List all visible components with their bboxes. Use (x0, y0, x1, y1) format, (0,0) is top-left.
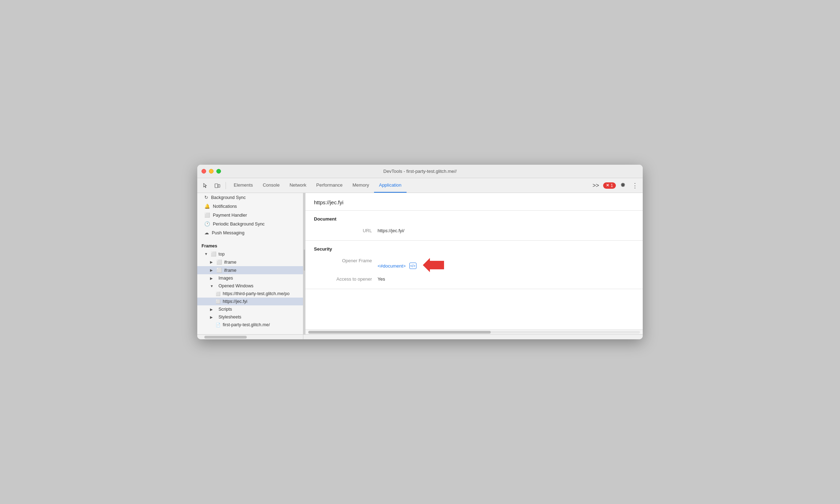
h-scrollbar[interactable] (305, 329, 643, 334)
minimize-button[interactable] (209, 169, 214, 174)
tab-navigation: Elements Console Network Performance Mem… (229, 178, 589, 193)
frames-section-header: Frames (197, 240, 303, 250)
tree-item-iframe1[interactable]: ▶ ⬜ iframe (197, 258, 303, 266)
sidebar-item-push-messaging[interactable]: ☁ Push Messaging (197, 228, 303, 237)
sidebar-item-background-sync[interactable]: ↻ Background Sync (197, 193, 303, 202)
opener-frame-row: Opener Frame <#document> </> (314, 257, 634, 275)
toolbar: Elements Console Network Performance Mem… (197, 178, 643, 193)
traffic-lights (202, 169, 221, 174)
arrow-svg (423, 258, 444, 272)
close-button[interactable] (202, 169, 206, 174)
resize-thumb (304, 250, 305, 271)
h-scrollbar-container (305, 329, 643, 334)
tab-performance[interactable]: Performance (311, 178, 348, 193)
tree-item-scripts[interactable]: ▶ Scripts (197, 305, 303, 313)
document-link-icon[interactable]: </> (409, 263, 416, 269)
iframe-icon-1: ⬜ (216, 259, 222, 265)
url-value: https://jec.fyi/ (378, 228, 404, 233)
settings-button[interactable] (618, 181, 628, 191)
tree-item-images[interactable]: ▶ Images (197, 274, 303, 282)
expand-arrow-stylesheets: ▶ (210, 315, 214, 319)
device-toolbar-button[interactable] (212, 181, 223, 191)
tree-item-third-party[interactable]: ⬜ https://third-party-test.glitch.me/po (197, 290, 303, 298)
content-url: https://jec.fyi (305, 193, 643, 211)
sidebar-hscroll-thumb[interactable] (204, 336, 247, 339)
expand-arrow-images: ▶ (210, 276, 214, 280)
access-opener-row: Access to opener Yes (314, 275, 634, 283)
security-title: Security (314, 246, 634, 252)
error-badge[interactable]: ✕ 1 (603, 182, 616, 189)
file-icon: 📄 (216, 323, 221, 327)
tree-label-images: Images (218, 276, 233, 281)
opener-frame-link[interactable]: <#document> (378, 263, 406, 269)
document-section: Document URL https://jec.fyi/ (305, 211, 643, 241)
gear-icon (620, 183, 626, 188)
inspect-element-button[interactable] (200, 181, 211, 191)
title-bar: DevTools - first-party-test.glitch.me// (197, 165, 643, 178)
more-options-icon: ⋮ (632, 182, 638, 189)
tree-label-file: first-party-test.glitch.me/ (223, 322, 270, 327)
content-panel: https://jec.fyi Document URL https://jec… (305, 193, 643, 334)
folder-icon-top: ⬜ (211, 251, 216, 257)
tab-application[interactable]: Application (374, 178, 407, 193)
more-options-button[interactable]: ⋮ (630, 181, 640, 191)
opener-frame-label: Opener Frame (314, 258, 378, 263)
device-icon (215, 183, 220, 188)
bottom-bar (197, 334, 643, 339)
main-content: ↻ Background Sync 🔔 Notifications ⬜ Paym… (197, 193, 643, 334)
expand-arrow-iframe2: ▶ (210, 268, 214, 272)
tree-label-stylesheets: Stylesheets (218, 315, 241, 320)
toolbar-separator (226, 182, 226, 189)
tab-elements[interactable]: Elements (229, 178, 258, 193)
tree-item-iframe2[interactable]: ▶ ⬜ iframe (197, 266, 303, 274)
periodic-sync-icon: 🕐 (204, 221, 210, 227)
svg-rect-0 (215, 184, 218, 188)
document-title: Document (314, 216, 634, 222)
url-row: URL https://jec.fyi/ (314, 227, 634, 235)
sidebar-item-payment-handler[interactable]: ⬜ Payment Handler (197, 211, 303, 219)
expand-arrow-scripts: ▶ (210, 307, 214, 311)
expand-arrow-opened-windows: ▼ (210, 284, 214, 288)
more-tabs-button[interactable]: >> (590, 181, 601, 191)
bell-icon: 🔔 (204, 204, 210, 209)
tab-network[interactable]: Network (285, 178, 311, 193)
tree-item-jec-fyi[interactable]: ⬜ https://jec.fyi (197, 298, 303, 305)
tree-item-top[interactable]: ▼ ⬜ top (197, 250, 303, 258)
security-section: Security Opener Frame <#document> </> (305, 241, 643, 289)
tree-label-third-party: https://third-party-test.glitch.me/po (223, 291, 290, 296)
tree-item-opened-windows[interactable]: ▼ Opened Windows (197, 282, 303, 290)
content-bottom (303, 335, 643, 339)
error-icon: ✕ (606, 183, 609, 188)
h-scroll-thumb[interactable] (308, 331, 491, 334)
sidebar-hscroll (197, 335, 303, 339)
sidebar-item-periodic-background-sync[interactable]: 🕐 Periodic Background Sync (197, 219, 303, 228)
window-title: DevTools - first-party-test.glitch.me// (383, 169, 456, 174)
tree-label-iframe2: iframe (224, 268, 237, 273)
sidebar-item-notifications[interactable]: 🔔 Notifications (197, 202, 303, 211)
tab-memory[interactable]: Memory (348, 178, 374, 193)
background-sync-icon: ↻ (204, 195, 208, 200)
cursor-icon (203, 183, 208, 188)
maximize-button[interactable] (216, 169, 221, 174)
tree-item-stylesheets[interactable]: ▶ Stylesheets (197, 313, 303, 321)
sidebar: ↻ Background Sync 🔔 Notifications ⬜ Paym… (197, 193, 303, 334)
iframe-icon-2: ⬜ (216, 268, 222, 273)
payment-icon: ⬜ (204, 212, 210, 218)
svg-rect-1 (218, 184, 220, 187)
push-icon: ☁ (204, 230, 209, 235)
page-icon-jec-fyi: ⬜ (216, 299, 221, 304)
h-scroll-track (308, 331, 640, 334)
access-opener-value: Yes (378, 276, 385, 282)
access-opener-label: Access to opener (314, 276, 378, 282)
tree-item-file[interactable]: 📄 first-party-test.glitch.me/ (197, 321, 303, 329)
devtools-window: DevTools - first-party-test.glitch.me// … (197, 165, 643, 339)
tab-console[interactable]: Console (258, 178, 285, 193)
opener-frame-value-container: <#document> </> (378, 258, 444, 274)
tree-label-opened-windows: Opened Windows (218, 283, 253, 288)
error-count: 1 (611, 183, 613, 188)
url-label: URL (314, 228, 378, 233)
tree-label-jec-fyi: https://jec.fyi (223, 299, 247, 304)
red-arrow-annotation (423, 258, 444, 274)
tree-label-iframe1: iframe (224, 260, 237, 265)
expand-arrow-iframe1: ▶ (210, 260, 214, 264)
